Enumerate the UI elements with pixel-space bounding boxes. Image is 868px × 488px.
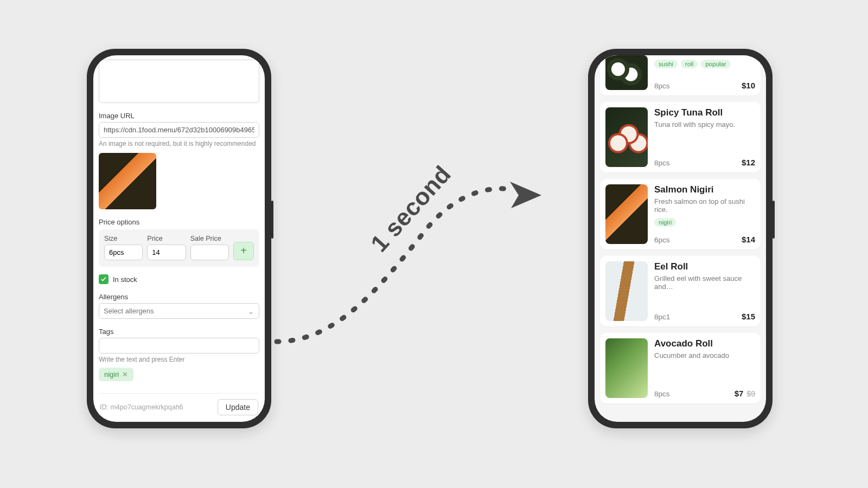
menu-item-price: $15 — [742, 312, 755, 321]
sync-arrow-label: 1 second — [366, 160, 456, 257]
tag-chip[interactable]: nigiri ✕ — [99, 368, 133, 381]
tag-pill: sushi — [654, 60, 678, 68]
menu-item-tags: sushirollpopular — [654, 60, 755, 68]
menu-item-price: $7$9 — [735, 389, 755, 398]
menu-phone-frame: sushirollpopular8pcs$10Spicy Tuna RollTu… — [588, 49, 773, 428]
menu-item-image — [605, 261, 648, 321]
menu-item-desc: Tuna roll with spicy mayo. — [654, 120, 755, 129]
image-thumbnail[interactable] — [99, 153, 156, 209]
menu-item-qty: 8pcs — [654, 390, 670, 398]
menu-item-image — [605, 107, 648, 167]
menu-item-image — [605, 338, 648, 398]
menu-item-name: Salmon Nigiri — [654, 184, 755, 195]
image-url-input[interactable] — [99, 122, 259, 138]
price-input[interactable] — [147, 245, 186, 260]
instock-checkbox[interactable] — [99, 274, 108, 284]
menu-item-card[interactable]: sushirollpopular8pcs$10 — [600, 55, 761, 95]
menu-screen[interactable]: sushirollpopular8pcs$10Spicy Tuna RollTu… — [595, 55, 766, 422]
menu-item-desc: Fresh salmon on top of sushi rice. — [654, 197, 755, 214]
price-options-panel: Size Price Sale Price + — [99, 229, 259, 267]
tag-pill: popular — [701, 60, 730, 68]
menu-item-qty: 8pcs — [654, 82, 670, 90]
menu-item-tags: nigiri — [654, 218, 755, 227]
chevron-down-icon: ⌄ — [248, 307, 254, 316]
menu-item-qty: 6pcs — [654, 236, 670, 244]
menu-item-image — [605, 55, 648, 90]
editor-phone-frame: Image URL An image is not required, but … — [87, 49, 271, 428]
menu-item-card[interactable]: Avocado RollCucumber and avocado8pcs$7$9 — [600, 333, 761, 403]
sale-price-label: Sale Price — [190, 235, 229, 242]
tags-input[interactable] — [99, 338, 259, 354]
menu-item-name: Avocado Roll — [654, 338, 755, 349]
menu-item-card[interactable]: Salmon NigiriFresh salmon on top of sush… — [600, 179, 761, 249]
tag-pill: roll — [681, 60, 698, 68]
tags-hint: Write the text and press Enter — [99, 356, 259, 363]
image-url-hint: An image is not required, but it is high… — [99, 140, 259, 147]
record-id: ID: m4po7cuagmekrkpqah6 — [100, 403, 183, 411]
menu-item-image — [605, 184, 648, 244]
instock-label: In stock — [113, 275, 137, 284]
allergens-select[interactable] — [99, 303, 259, 319]
update-button[interactable]: Update — [218, 399, 258, 415]
add-price-button[interactable]: + — [233, 242, 254, 260]
menu-item-name: Eel Roll — [654, 261, 755, 272]
allergens-label: Allergens — [99, 293, 259, 301]
price-options-label: Price options — [99, 218, 259, 226]
size-label: Size — [104, 235, 143, 242]
menu-item-price: $10 — [742, 81, 755, 90]
menu-item-qty: 8pcs — [654, 159, 670, 167]
size-input[interactable] — [104, 245, 143, 260]
menu-item-price: $12 — [742, 158, 755, 167]
tag-pill: nigiri — [654, 218, 676, 227]
menu-item-price: $14 — [742, 235, 755, 244]
menu-item-desc: Cucumber and avocado — [654, 351, 755, 359]
menu-item-old-price: $9 — [746, 389, 755, 398]
editor-screen: Image URL An image is not required, but … — [93, 55, 265, 422]
menu-item-qty: 8pc1 — [654, 313, 670, 321]
tags-label: Tags — [99, 328, 259, 336]
menu-item-name: Spicy Tuna Roll — [654, 107, 755, 118]
tag-remove-icon[interactable]: ✕ — [122, 370, 128, 378]
menu-item-desc: Grilled eel with sweet sauce and… — [654, 274, 755, 291]
description-textarea[interactable] — [99, 60, 259, 103]
sale-price-input[interactable] — [190, 245, 229, 260]
menu-item-card[interactable]: Eel RollGrilled eel with sweet sauce and… — [600, 256, 761, 326]
image-url-label: Image URL — [99, 112, 259, 120]
price-label: Price — [147, 235, 186, 242]
menu-item-card[interactable]: Spicy Tuna RollTuna roll with spicy mayo… — [600, 102, 761, 172]
svg-marker-0 — [510, 182, 541, 208]
tag-chip-label: nigiri — [104, 370, 119, 378]
